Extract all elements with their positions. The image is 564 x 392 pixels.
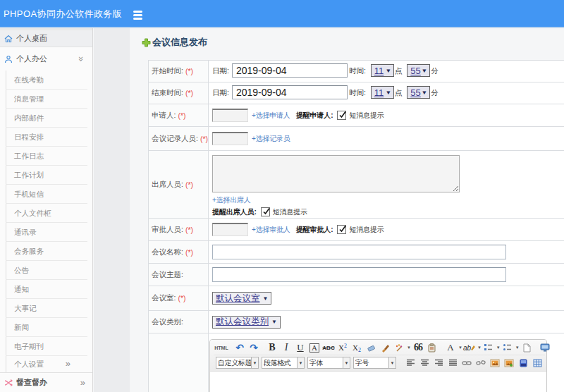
end-minute-select[interactable]: 55▼	[407, 86, 430, 99]
sidebar-item-announcement[interactable]: 公告	[6, 261, 87, 280]
unlink-button[interactable]	[474, 357, 487, 369]
start-hour-select[interactable]: 11▼	[371, 64, 394, 77]
editor-toolbar: HTML ↶ ↷ B I U A ABC X2 X2	[210, 340, 546, 371]
applicant-input[interactable]	[212, 109, 248, 122]
sidebar-item-attendance[interactable]: 在线考勤	[6, 71, 87, 90]
highlight-color-button[interactable]: ab	[463, 341, 476, 354]
menu-hamburger-icon[interactable]	[133, 11, 142, 19]
redo-button[interactable]: ↷	[247, 341, 260, 354]
align-left-button[interactable]	[404, 357, 417, 369]
end-date-input[interactable]	[232, 85, 348, 99]
check-icon	[338, 224, 347, 233]
sidebar-item-office[interactable]: 个人办公 »	[0, 47, 92, 71]
underline-button[interactable]: U	[294, 341, 307, 354]
meeting-room-select[interactable]: 默认会议室▼	[212, 292, 271, 305]
dropdown-arrow-icon: ▼	[422, 90, 428, 96]
meeting-subject-input[interactable]	[212, 267, 506, 282]
attendees-textarea[interactable]	[212, 155, 460, 192]
font-select[interactable]: 字体▼	[307, 357, 350, 369]
dropdown-arrow-icon[interactable]: ▼	[515, 345, 520, 350]
select-recorder-link[interactable]: +选择记录员	[252, 134, 290, 144]
eraser-button[interactable]	[364, 341, 377, 354]
table-button[interactable]	[531, 357, 544, 369]
fontsize-select[interactable]: 字号▼	[353, 357, 396, 369]
sms-hint-label: 短消息提示	[349, 225, 384, 235]
source-code-button[interactable]: HTML	[215, 341, 228, 354]
dropdown-arrow-icon[interactable]: ▼	[496, 345, 501, 350]
font-color-button[interactable]: A	[444, 341, 457, 354]
attendees-sms-checkbox[interactable]	[261, 207, 270, 216]
form-row-attendees: 出席人员: (*) +选择出席人 提醒出席人员: 短消息提示	[149, 151, 564, 219]
sidebar-item-sms[interactable]: 手机短信	[6, 185, 87, 204]
media-button[interactable]	[517, 357, 529, 369]
format-brush-button[interactable]	[379, 341, 391, 354]
new-page-button[interactable]	[520, 341, 533, 354]
fullscreen-button[interactable]	[539, 341, 551, 354]
dropdown-arrow-icon[interactable]: ▼	[458, 345, 462, 350]
chevron-right-icon: »	[80, 377, 85, 388]
field-label: 申请人: (*)	[149, 104, 209, 126]
paste-button[interactable]	[426, 341, 439, 354]
unordered-list-button[interactable]	[501, 341, 514, 354]
paragraph-select[interactable]: 段落格式▼	[262, 357, 305, 369]
dropdown-arrow-icon[interactable]: ▼	[477, 345, 482, 350]
editor-content-area[interactable]	[210, 371, 546, 392]
sidebar-item-journal[interactable]: 电子期刊	[6, 337, 87, 356]
sidebar-item-worklog[interactable]: 工作日志	[6, 147, 87, 166]
bold-button[interactable]: B	[266, 341, 278, 354]
strikethrough-button[interactable]: ABC	[322, 341, 335, 354]
sidebar-item-events[interactable]: 大事记	[6, 299, 87, 318]
sidebar-item-messages[interactable]: 消息管理	[6, 90, 87, 109]
blockquote-button[interactable]: 66	[412, 341, 424, 354]
time-label: 时间:	[349, 88, 366, 98]
undo-button[interactable]: ↶	[233, 341, 246, 354]
meeting-type-select[interactable]: 默认会议类别▼	[212, 316, 281, 329]
ordered-list-button[interactable]	[482, 341, 495, 354]
heading-select[interactable]: 自定义标题▼	[216, 357, 259, 369]
select-applicant-link[interactable]: +选择申请人	[252, 111, 290, 121]
approver-sms-checkbox[interactable]	[337, 225, 346, 234]
sidebar-item-schedule[interactable]: 日程安排	[6, 128, 87, 147]
font-style-button[interactable]: A	[309, 343, 319, 353]
chevron-right-icon: »	[66, 356, 70, 372]
field-label: 出席人员: (*)	[149, 151, 209, 218]
sidebar-item-label: 个人办公	[16, 54, 47, 64]
select-approver-link[interactable]: +选择审批人	[252, 225, 290, 235]
form-row-meeting-name: 会议名称: (*)	[149, 241, 564, 264]
image-button[interactable]	[489, 357, 501, 369]
dropdown-arrow-icon[interactable]: ▼	[407, 345, 411, 350]
sidebar-item-contacts[interactable]: 通讯录	[6, 223, 87, 242]
align-right-button[interactable]	[432, 357, 445, 369]
align-center-button[interactable]	[418, 357, 431, 369]
sidebar-item-news[interactable]: 新闻	[6, 318, 87, 337]
align-justify-button[interactable]	[446, 357, 459, 369]
recorder-input[interactable]	[212, 132, 248, 145]
minute-unit: 分	[431, 66, 439, 76]
meeting-name-input[interactable]	[212, 245, 506, 259]
sidebar-item-notice[interactable]: 通知	[6, 280, 87, 299]
insert-image-button[interactable]	[503, 357, 515, 369]
start-minute-select[interactable]: 55▼	[407, 64, 430, 77]
sidebar-item-filecabinet[interactable]: 个人文件柜	[6, 204, 87, 223]
sidebar-item-settings[interactable]: 个人设置 »	[6, 356, 87, 372]
format-paint-button[interactable]	[393, 341, 405, 354]
hamburger-bar	[133, 18, 142, 20]
start-date-input[interactable]	[232, 63, 348, 78]
link-button[interactable]	[460, 357, 473, 369]
end-hour-select[interactable]: 11▼	[371, 86, 394, 99]
approver-input[interactable]	[212, 223, 248, 236]
superscript-button[interactable]: X2	[336, 341, 349, 354]
sidebar-item-mail[interactable]: 内部邮件	[6, 109, 87, 128]
sidebar-item-desktop[interactable]: 个人桌面	[0, 30, 92, 47]
applicant-sms-checkbox[interactable]	[337, 111, 346, 120]
field-label: 审批人员: (*)	[149, 219, 209, 240]
subscript-button[interactable]: X2	[350, 341, 363, 354]
sidebar-item-workplan[interactable]: 工作计划	[6, 166, 87, 185]
form-row-end-time: 结束时间: (*) 日期: 时间: 11▼ 点 55▼ 分	[149, 82, 564, 104]
italic-button[interactable]: I	[280, 341, 293, 354]
form-row-start-time: 开始时间: (*) 日期: 时间: 11▼ 点 55▼ 分	[149, 61, 564, 82]
sidebar-item-supervise[interactable]: 督查督办 »	[0, 372, 92, 392]
select-attendees-link[interactable]: +选择出席人	[212, 196, 251, 204]
form-row-meeting-subject: 会议主题:	[149, 264, 564, 286]
sidebar-item-meeting-service[interactable]: 会务服务	[6, 242, 87, 261]
